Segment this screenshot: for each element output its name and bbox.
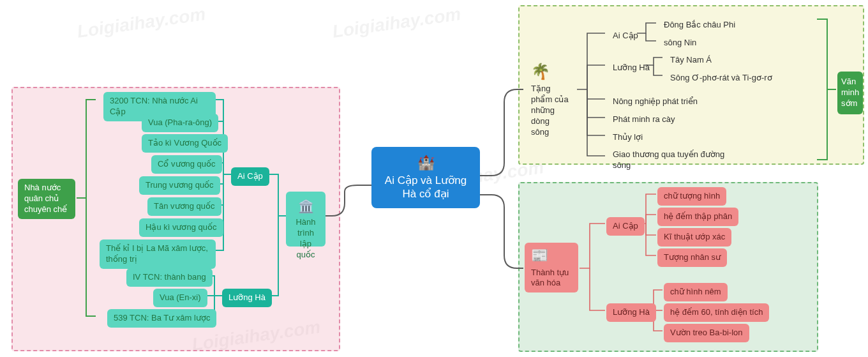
left-aicap-item: Cổ vương quốc xyxy=(151,155,222,174)
br-aicap-item: hệ đếm thập phân xyxy=(657,208,738,226)
br-aicap-item: chữ tượng hình xyxy=(657,187,726,206)
left-luongha-label: Lưỡng Hà xyxy=(228,292,266,302)
left-aicap-label: Ai Cập xyxy=(237,171,263,181)
left-aicap-item: Tảo kì Vương Quốc xyxy=(142,134,228,153)
left-aicap-item: Thế kỉ I bị La Mã xâm lược, thống trị xyxy=(100,239,216,269)
branch-rivers-label: Tặng phẩm của những dòng sông xyxy=(531,84,569,137)
br-aicap-item: Tượng nhân sư xyxy=(657,248,727,267)
watermark: Loigiaihay.com xyxy=(331,4,462,42)
branch-rivers: 🌴 Tặng phẩm của những dòng sông xyxy=(525,57,576,142)
temple-icon: 🏛️ xyxy=(292,198,319,215)
left-luongha: Lưỡng Hà xyxy=(222,289,272,307)
branch-culture: 📰 Thành tựu văn hóa xyxy=(525,243,578,292)
tr-extra-item: Thủy lợi xyxy=(606,128,649,147)
left-luongha-item: IV TCN: thành bang xyxy=(126,268,213,287)
watermark: Loigiaihay.com xyxy=(76,4,207,42)
tr-extra-item: Nông nghiệp phát triển xyxy=(606,93,704,111)
tr-extra-item: Phát minh ra cày xyxy=(606,110,682,129)
tr-aicap-item: sông Nin xyxy=(657,34,703,52)
tr-luongha-item: Tây Nam Á xyxy=(664,51,718,70)
br-aicap: Ai Cập xyxy=(606,217,645,236)
tr-side-label: Văn minh sớm xyxy=(837,72,863,114)
palm-icon: 🌴 xyxy=(531,61,569,81)
left-aicap-item: Hậu kì vương quốc xyxy=(139,218,223,237)
left-aicap: Ai Cập xyxy=(231,167,269,186)
br-aicap-item: Kĩ thuật ướp xác xyxy=(657,228,731,247)
left-aicap-item: Vua (Pha-ra-ông) xyxy=(142,114,218,132)
branch-journey: 🏛️ Hành trình lập quốc xyxy=(286,192,326,247)
left-aicap-item: Trung vương quốc xyxy=(139,176,220,195)
br-luongha: Lưỡng Hà xyxy=(606,303,656,322)
left-aicap-item: Tân vương quốc xyxy=(147,197,221,216)
branch-journey-label: Hành trình lập quốc xyxy=(296,217,315,259)
br-luongha-item: hệ đếm 60, tính diện tích xyxy=(664,303,769,322)
left-side-label: Nhà nước quân chủ chuyên chế xyxy=(18,179,75,219)
branch-culture-label: Thành tựu văn hóa xyxy=(531,268,569,288)
left-luongha-item: 539 TCN: Ba Tư xâm lược xyxy=(107,309,216,328)
castle-icon: 🏰 xyxy=(382,155,470,171)
left-luongha-item: Vua (En-xi) xyxy=(153,289,207,307)
news-icon: 📰 xyxy=(531,247,572,265)
br-luongha-item: chữ hình nêm xyxy=(664,283,728,301)
left-side-label-text: Nhà nước quân chủ chuyên chế xyxy=(24,183,67,214)
br-luongha-item: Vườn treo Ba-bi-lon xyxy=(664,324,749,342)
tr-extra-item: Giao thương qua tuyến đường sông xyxy=(606,146,734,175)
tr-aicap: Ai Cập xyxy=(606,27,645,45)
center-title: Ai Cập và Lưỡng Hà cổ đại xyxy=(385,174,467,200)
tr-side-label-text: Văn minh sớm xyxy=(841,77,859,108)
tr-luongha-item: Sông Ơ-phơ-rát và Ti-gơ-rơ xyxy=(664,69,779,87)
center-topic: 🏰 Ai Cập và Lưỡng Hà cổ đại xyxy=(371,147,480,208)
tr-luongha: Lưỡng Hà xyxy=(606,59,656,77)
tr-aicap-item: Đông Bắc châu Phi xyxy=(657,16,742,34)
